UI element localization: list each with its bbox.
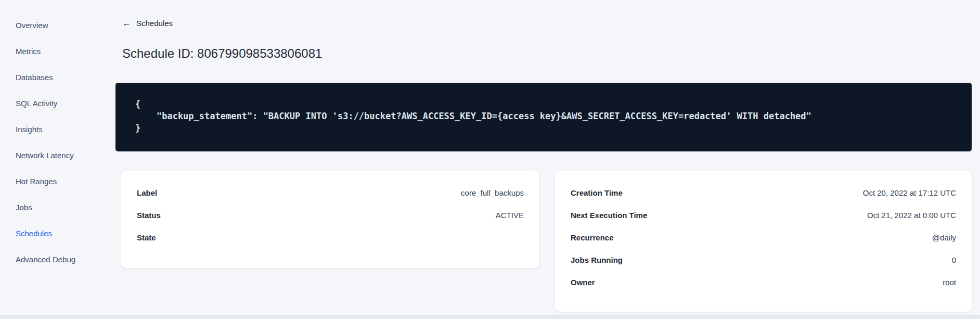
sidebar-item-overview[interactable]: Overview [0,12,107,38]
sidebar-item-label: Jobs [16,203,32,212]
row-value: 0 [952,254,956,266]
sidebar-item-label: Insights [16,125,43,134]
sidebar-item-hot-ranges[interactable]: Hot Ranges [0,168,107,194]
sidebar-item-label: Schedules [16,229,52,238]
backup-statement-code-block: { "backup_statement": "BACKUP INTO 's3:/… [115,83,972,151]
sidebar-item-label: Databases [16,73,53,82]
code-line: "backup_statement": "BACKUP INTO 's3://b… [135,110,961,122]
row-value: core_full_backups [461,187,524,199]
sidebar-item-label: Hot Ranges [16,177,57,186]
card-row-jobs-running: Jobs Running 0 [571,254,956,266]
summary-cards-row: Label core_full_backups Status ACTIVE St… [121,171,972,312]
sidebar-item-metrics[interactable]: Metrics [0,38,107,64]
sidebar-item-insights[interactable]: Insights [0,116,107,142]
bottom-edge-strip [0,315,980,319]
sidebar-item-label: Advanced Debug [16,255,75,264]
sidebar-item-label: Overview [16,21,48,30]
card-row-status: Status ACTIVE [137,209,524,222]
card-row-next-execution-time: Next Execution Time Oct 21, 2022 at 0:00… [571,209,956,222]
row-value: root [943,276,956,289]
card-row-owner: Owner root [571,276,956,289]
back-to-schedules-link[interactable]: ← Schedules [122,19,173,28]
sidebar-item-label: Network Latency [16,151,74,160]
row-label: Owner [571,276,595,289]
sidebar: Overview Metrics Databases SQL Activity … [0,12,107,272]
schedule-details-card: Label core_full_backups Status ACTIVE St… [121,171,539,268]
card-row-creation-time: Creation Time Oct 20, 2022 at 17:12 UTC [571,187,956,199]
sidebar-item-jobs[interactable]: Jobs [0,194,107,220]
row-label: State [137,232,156,244]
row-value: ACTIVE [496,209,524,222]
code-line: { [135,98,961,110]
sidebar-item-network-latency[interactable]: Network Latency [0,142,107,168]
sidebar-item-advanced-debug[interactable]: Advanced Debug [0,246,107,272]
row-value: @daily [932,232,956,244]
schedule-detail-page: ← Schedules Schedule ID: 806799098533806… [115,0,972,312]
row-label: Creation Time [571,187,623,199]
back-link-label: Schedules [136,19,173,28]
schedule-timing-card: Creation Time Oct 20, 2022 at 17:12 UTC … [555,171,972,312]
row-label: Status [137,209,161,222]
row-label: Jobs Running [571,254,623,266]
sidebar-item-databases[interactable]: Databases [0,64,107,90]
sidebar-item-sql-activity[interactable]: SQL Activity [0,90,107,116]
back-arrow-icon: ← [122,19,131,28]
code-line: } [135,122,961,134]
sidebar-item-label: Metrics [16,47,41,56]
sidebar-item-label: SQL Activity [16,99,57,108]
row-label: Recurrence [571,232,614,244]
sidebar-item-schedules[interactable]: Schedules [0,220,107,246]
row-label: Next Execution Time [571,209,647,222]
card-row-state: State [137,232,524,244]
card-row-label: Label core_full_backups [137,187,524,199]
row-label: Label [137,187,157,199]
row-value: Oct 21, 2022 at 0:00 UTC [867,209,956,222]
page-title: Schedule ID: 806799098533806081 [122,45,972,62]
row-value: Oct 20, 2022 at 17:12 UTC [863,187,956,199]
card-row-recurrence: Recurrence @daily [571,232,956,244]
